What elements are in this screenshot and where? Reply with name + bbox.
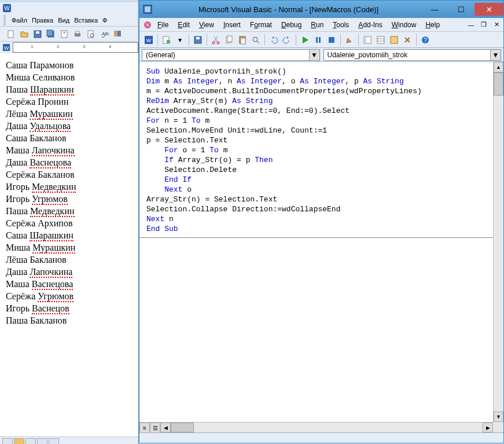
menu-edit[interactable]: Правка [32, 17, 53, 24]
svg-point-27 [217, 42, 219, 44]
horizontal-ruler[interactable]: 1 2 3 4 [13, 42, 138, 53]
save-all-button[interactable] [45, 28, 57, 40]
menu-insert[interactable]: Вставка [74, 17, 98, 24]
normal-view-button[interactable] [2, 438, 13, 445]
menu-debug[interactable]: Debug [277, 20, 306, 30]
svg-rect-6 [47, 30, 53, 36]
code-line: Selection.MoveEnd Unit:=wdLine, Count:=1 [146, 126, 486, 135]
print-button[interactable] [72, 28, 83, 40]
procedure-separator [139, 237, 493, 238]
svg-point-32 [253, 37, 257, 42]
vertical-scrollbar[interactable]: ▲ ▼ [493, 62, 503, 422]
redo-button[interactable] [281, 34, 293, 46]
scroll-up-button[interactable]: ▲ [494, 62, 503, 72]
project-explorer-button[interactable] [362, 34, 373, 46]
dropdown-arrow-icon[interactable]: ▼ [309, 50, 319, 60]
svg-rect-31 [241, 38, 245, 44]
menu-help[interactable]: Help [421, 20, 444, 30]
procedure-combo-value: Udalenie_povtorniih_strok [328, 51, 408, 59]
toolbox-button[interactable] [402, 34, 413, 46]
full-module-view-button[interactable]: ☰ [150, 423, 160, 433]
svg-point-8 [64, 31, 65, 33]
mdi-close-button[interactable]: ✕ [492, 21, 501, 29]
menu-addins[interactable]: Add-Ins [354, 20, 386, 30]
scroll-left-button[interactable]: ◀ [160, 423, 171, 432]
permission-button[interactable] [58, 28, 70, 40]
object-combo-value: (General) [146, 51, 175, 59]
procedure-view-button[interactable]: ≡ [139, 423, 150, 433]
menu-format-partial[interactable]: Ф [102, 17, 107, 24]
menu-view[interactable]: Вид [58, 17, 69, 24]
view-buttons [0, 436, 138, 444]
window-buttons: — ☐ ✕ [421, 3, 503, 16]
maximize-button[interactable]: ☐ [448, 3, 474, 16]
horizontal-scrollbar[interactable]: ≡ ☰ ◀ ▶ [139, 422, 493, 432]
paste-button[interactable] [237, 34, 248, 46]
code-text-area[interactable]: Sub Udalenie_povtorniih_strok()Dim m As … [139, 62, 493, 422]
scroll-right-button[interactable]: ▶ [483, 423, 493, 432]
procedure-combo[interactable]: Udalenie_povtorniih_strok ▼ [323, 49, 502, 61]
code-line: For n = 1 To m [146, 116, 486, 126]
menu-insert[interactable]: Insert [219, 20, 245, 30]
menu-tools[interactable]: Tools [329, 20, 353, 30]
save-button[interactable] [192, 34, 204, 46]
svg-rect-4 [36, 31, 39, 34]
object-browser-button[interactable] [388, 34, 400, 46]
print-preview-button[interactable] [85, 28, 97, 40]
break-button[interactable] [312, 34, 324, 46]
insert-module-button[interactable] [161, 34, 172, 46]
save-button[interactable] [32, 28, 43, 40]
web-view-button[interactable] [14, 438, 24, 445]
menu-file[interactable]: File [153, 20, 172, 30]
new-doc-button[interactable] [5, 28, 17, 40]
menu-view[interactable]: View [195, 20, 218, 30]
svg-rect-10 [76, 31, 79, 34]
help-button[interactable]: ? [420, 34, 431, 46]
vba-toolbar: W ▾ ? [139, 32, 503, 48]
mdi-restore-button[interactable]: ❐ [479, 21, 488, 29]
reading-view-button[interactable] [49, 438, 59, 445]
insert-dropdown-button[interactable]: ▾ [174, 34, 186, 46]
view-word-button[interactable]: W [143, 34, 154, 46]
svg-rect-15 [117, 31, 121, 36]
scroll-thumb[interactable] [171, 423, 194, 432]
research-button[interactable] [112, 28, 123, 40]
dropdown-arrow-icon[interactable]: ▼ [490, 50, 501, 60]
menu-edit[interactable]: Edit [174, 20, 194, 30]
open-button[interactable] [19, 28, 30, 40]
vba-titlebar[interactable]: Microsoft Visual Basic - Normal - [NewMa… [139, 1, 503, 18]
find-button[interactable] [250, 34, 262, 46]
minimize-button[interactable]: — [421, 3, 448, 16]
document-area[interactable]: Саша ПарамоновМиша СеливановПаша Шарашки… [0, 53, 138, 436]
outline-view-button[interactable] [37, 438, 47, 445]
document-line: Миша Селиванов [6, 71, 134, 83]
design-mode-button[interactable] [344, 34, 355, 46]
code-line: Dim m As Integer, n As Integer, o As Int… [146, 76, 486, 86]
code-combo-row: (General) ▼ Udalenie_povtorniih_strok ▼ [139, 48, 503, 62]
cut-button[interactable] [210, 34, 222, 46]
menu-run[interactable]: Run [307, 20, 328, 30]
menu-format[interactable]: Format [246, 20, 276, 30]
copy-button[interactable] [223, 34, 235, 46]
vba-menu-icon [143, 20, 152, 30]
object-combo[interactable]: (General) ▼ [142, 49, 320, 61]
run-button[interactable] [299, 34, 311, 46]
properties-button[interactable] [375, 34, 387, 46]
menu-window[interactable]: Window [388, 20, 421, 30]
spelling-button[interactable]: ABC [98, 28, 110, 40]
vba-window: Microsoft Visual Basic - Normal - [NewMa… [139, 0, 504, 443]
scroll-down-button[interactable]: ▼ [494, 412, 503, 422]
mdi-minimize-button[interactable]: — [466, 21, 476, 29]
reset-button[interactable] [326, 34, 337, 46]
document-line: Игорь Угрюмов [6, 193, 134, 205]
menu-grip[interactable] [3, 16, 6, 25]
scroll-thumb[interactable] [494, 72, 503, 96]
code-line: Next o [146, 185, 486, 195]
undo-button[interactable] [268, 34, 279, 46]
menu-file[interactable]: Файл [12, 17, 27, 24]
document-line: Саша Бакланов [6, 132, 134, 144]
svg-rect-29 [227, 36, 232, 42]
word-icon-row: W [0, 2, 138, 14]
close-button[interactable]: ✕ [474, 3, 503, 16]
print-view-button[interactable] [25, 438, 36, 445]
